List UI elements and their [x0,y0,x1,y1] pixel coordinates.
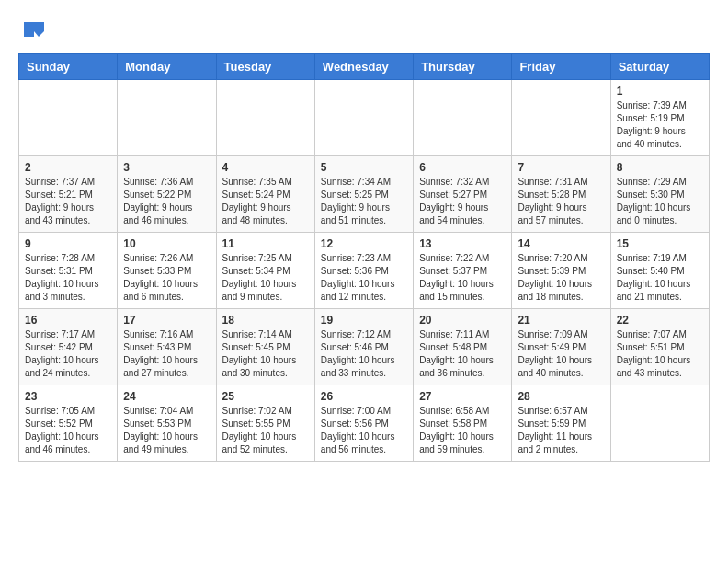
day-header-monday: Monday [118,54,216,80]
day-info: Sunrise: 7:36 AM Sunset: 5:22 PM Dayligh… [123,176,210,227]
calendar-week-3: 9Sunrise: 7:28 AM Sunset: 5:31 PM Daylig… [19,233,710,309]
calendar-cell: 9Sunrise: 7:28 AM Sunset: 5:31 PM Daylig… [19,233,118,309]
day-info: Sunrise: 6:57 AM Sunset: 5:59 PM Dayligh… [518,405,604,456]
day-info: Sunrise: 7:26 AM Sunset: 5:33 PM Dayligh… [123,252,210,304]
calendar-cell: 26Sunrise: 7:00 AM Sunset: 5:56 PM Dayli… [314,385,413,462]
day-number: 5 [321,161,407,174]
day-number: 13 [419,237,506,250]
day-number: 11 [222,237,309,250]
calendar-cell: 12Sunrise: 7:23 AM Sunset: 5:36 PM Dayli… [314,233,413,309]
day-header-saturday: Saturday [610,54,709,80]
day-info: Sunrise: 7:04 AM Sunset: 5:53 PM Dayligh… [123,405,210,456]
calendar-cell: 23Sunrise: 7:05 AM Sunset: 5:52 PM Dayli… [19,385,118,462]
day-header-tuesday: Tuesday [216,54,314,80]
day-info: Sunrise: 7:20 AM Sunset: 5:39 PM Dayligh… [518,252,604,304]
day-number: 6 [419,161,506,174]
calendar-cell: 15Sunrise: 7:19 AM Sunset: 5:40 PM Dayli… [610,233,709,309]
calendar-cell: 25Sunrise: 7:02 AM Sunset: 5:55 PM Dayli… [216,385,314,462]
calendar-cell: 17Sunrise: 7:16 AM Sunset: 5:43 PM Dayli… [118,309,216,385]
calendar-week-5: 23Sunrise: 7:05 AM Sunset: 5:52 PM Dayli… [19,385,710,462]
logo-icon [20,18,48,40]
calendar-cell: 1Sunrise: 7:39 AM Sunset: 5:19 PM Daylig… [610,80,709,156]
day-info: Sunrise: 7:32 AM Sunset: 5:27 PM Dayligh… [419,176,506,227]
day-info: Sunrise: 7:19 AM Sunset: 5:40 PM Dayligh… [617,252,703,304]
day-number: 1 [617,85,703,98]
calendar-cell [314,80,413,156]
day-header-sunday: Sunday [19,54,118,80]
day-number: 27 [419,390,506,403]
day-number: 3 [123,161,210,174]
day-number: 2 [25,161,111,174]
day-number: 4 [222,161,309,174]
logo [18,18,48,44]
day-info: Sunrise: 7:11 AM Sunset: 5:48 PM Dayligh… [419,328,506,380]
day-number: 9 [25,237,111,250]
day-number: 7 [518,161,604,174]
day-info: Sunrise: 7:17 AM Sunset: 5:42 PM Dayligh… [25,328,111,380]
page-header [18,18,710,44]
calendar-cell [19,80,118,156]
calendar-cell: 28Sunrise: 6:57 AM Sunset: 5:59 PM Dayli… [512,385,610,462]
calendar-cell [216,80,314,156]
calendar-week-2: 2Sunrise: 7:37 AM Sunset: 5:21 PM Daylig… [19,156,710,233]
day-number: 22 [617,314,703,327]
calendar-cell: 16Sunrise: 7:17 AM Sunset: 5:42 PM Dayli… [19,309,118,385]
day-info: Sunrise: 7:39 AM Sunset: 5:19 PM Dayligh… [617,99,703,151]
day-info: Sunrise: 7:25 AM Sunset: 5:34 PM Dayligh… [222,252,309,304]
day-header-wednesday: Wednesday [314,54,413,80]
calendar-header-row: SundayMondayTuesdayWednesdayThursdayFrid… [19,54,710,80]
day-info: Sunrise: 7:16 AM Sunset: 5:43 PM Dayligh… [123,328,210,380]
day-number: 25 [222,390,309,403]
calendar-cell: 19Sunrise: 7:12 AM Sunset: 5:46 PM Dayli… [314,309,413,385]
calendar-cell: 7Sunrise: 7:31 AM Sunset: 5:28 PM Daylig… [512,156,610,233]
calendar-week-4: 16Sunrise: 7:17 AM Sunset: 5:42 PM Dayli… [19,309,710,385]
day-info: Sunrise: 7:23 AM Sunset: 5:36 PM Dayligh… [321,252,407,304]
day-info: Sunrise: 7:22 AM Sunset: 5:37 PM Dayligh… [419,252,506,304]
day-number: 19 [321,314,407,327]
calendar-cell: 27Sunrise: 6:58 AM Sunset: 5:58 PM Dayli… [414,385,512,462]
calendar-cell: 8Sunrise: 7:29 AM Sunset: 5:30 PM Daylig… [610,156,709,233]
day-number: 23 [25,390,111,403]
day-info: Sunrise: 6:58 AM Sunset: 5:58 PM Dayligh… [419,405,506,456]
day-info: Sunrise: 7:07 AM Sunset: 5:51 PM Dayligh… [617,328,703,380]
calendar-cell: 5Sunrise: 7:34 AM Sunset: 5:25 PM Daylig… [314,156,413,233]
calendar-cell: 22Sunrise: 7:07 AM Sunset: 5:51 PM Dayli… [610,309,709,385]
day-header-friday: Friday [512,54,610,80]
svg-marker-0 [24,22,44,37]
calendar-cell: 24Sunrise: 7:04 AM Sunset: 5:53 PM Dayli… [118,385,216,462]
calendar-cell: 3Sunrise: 7:36 AM Sunset: 5:22 PM Daylig… [118,156,216,233]
day-number: 24 [123,390,210,403]
day-number: 12 [321,237,407,250]
calendar-cell [610,385,709,462]
day-info: Sunrise: 7:31 AM Sunset: 5:28 PM Dayligh… [518,176,604,227]
day-info: Sunrise: 7:34 AM Sunset: 5:25 PM Dayligh… [321,176,407,227]
day-info: Sunrise: 7:28 AM Sunset: 5:31 PM Dayligh… [25,252,111,304]
day-info: Sunrise: 7:35 AM Sunset: 5:24 PM Dayligh… [222,176,309,227]
day-info: Sunrise: 7:29 AM Sunset: 5:30 PM Dayligh… [617,176,703,227]
day-info: Sunrise: 7:37 AM Sunset: 5:21 PM Dayligh… [25,176,111,227]
calendar-cell [512,80,610,156]
day-info: Sunrise: 7:02 AM Sunset: 5:55 PM Dayligh… [222,405,309,456]
day-number: 26 [321,390,407,403]
calendar-cell: 18Sunrise: 7:14 AM Sunset: 5:45 PM Dayli… [216,309,314,385]
calendar-cell: 4Sunrise: 7:35 AM Sunset: 5:24 PM Daylig… [216,156,314,233]
day-info: Sunrise: 7:12 AM Sunset: 5:46 PM Dayligh… [321,328,407,380]
day-number: 28 [518,390,604,403]
day-info: Sunrise: 7:05 AM Sunset: 5:52 PM Dayligh… [25,405,111,456]
day-info: Sunrise: 7:14 AM Sunset: 5:45 PM Dayligh… [222,328,309,380]
day-number: 15 [617,237,703,250]
day-number: 10 [123,237,210,250]
calendar-table: SundayMondayTuesdayWednesdayThursdayFrid… [18,53,710,462]
calendar-week-1: 1Sunrise: 7:39 AM Sunset: 5:19 PM Daylig… [19,80,710,156]
svg-marker-1 [34,31,44,37]
day-number: 20 [419,314,506,327]
calendar-cell: 11Sunrise: 7:25 AM Sunset: 5:34 PM Dayli… [216,233,314,309]
calendar-cell: 2Sunrise: 7:37 AM Sunset: 5:21 PM Daylig… [19,156,118,233]
day-number: 21 [518,314,604,327]
calendar-cell: 21Sunrise: 7:09 AM Sunset: 5:49 PM Dayli… [512,309,610,385]
day-info: Sunrise: 7:00 AM Sunset: 5:56 PM Dayligh… [321,405,407,456]
day-header-thursday: Thursday [414,54,512,80]
calendar-cell: 20Sunrise: 7:11 AM Sunset: 5:48 PM Dayli… [414,309,512,385]
day-number: 16 [25,314,111,327]
calendar-cell: 14Sunrise: 7:20 AM Sunset: 5:39 PM Dayli… [512,233,610,309]
